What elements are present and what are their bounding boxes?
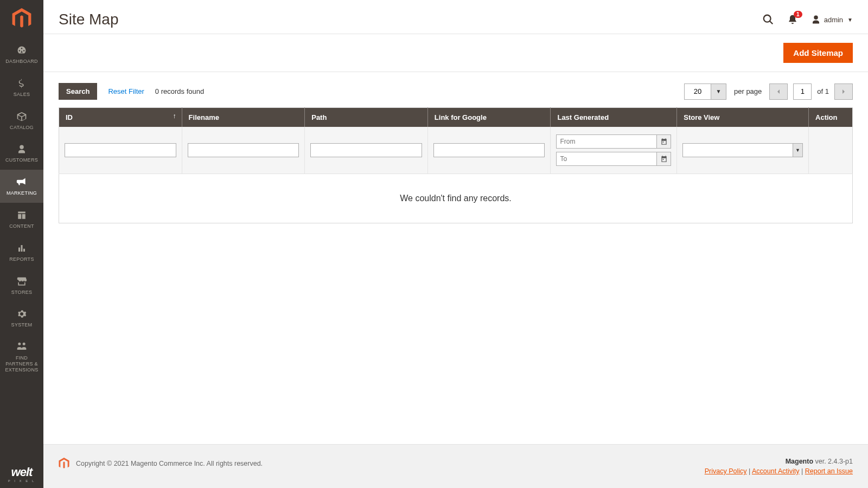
per-page-label: per page	[734, 87, 762, 95]
prev-page-button[interactable]	[769, 84, 788, 100]
nav-dashboard[interactable]: Dashboard	[0, 38, 43, 71]
sort-asc-icon: ↑	[173, 112, 176, 120]
store-icon	[16, 275, 27, 287]
nav-marketing[interactable]: Marketing	[0, 170, 43, 203]
nav-reports[interactable]: Reports	[0, 236, 43, 269]
nav-label: System	[11, 322, 33, 328]
page-header: Site Map 1 admin ▼	[43, 0, 868, 34]
username: admin	[824, 16, 843, 24]
notifications-button[interactable]: 1	[787, 14, 798, 25]
filter-date-to[interactable]	[556, 152, 657, 166]
nav-label: Sales	[14, 92, 30, 98]
col-filename[interactable]: Filename	[182, 108, 305, 127]
pager: of 1	[769, 84, 853, 100]
dollar-icon	[17, 78, 27, 89]
nav-label: Content	[9, 223, 34, 229]
reset-filter-link[interactable]: Reset Filter	[108, 87, 144, 95]
filter-link[interactable]	[433, 143, 545, 157]
records-count: 0 records found	[155, 87, 204, 95]
nav-stores[interactable]: Stores	[0, 269, 43, 302]
page-of-label: of 1	[817, 87, 829, 95]
partners-icon	[16, 341, 27, 353]
nav-customers[interactable]: Customers	[0, 137, 43, 170]
person-icon	[17, 143, 27, 155]
col-last-generated[interactable]: Last Generated	[551, 108, 677, 127]
per-page-selector: ▼	[684, 84, 726, 100]
col-path[interactable]: Path	[305, 108, 428, 127]
nav-label: Dashboard	[5, 59, 38, 65]
nav-label: Stores	[11, 290, 33, 296]
user-menu[interactable]: admin ▼	[811, 15, 853, 24]
nav-label: Find Partners & Extensions	[2, 355, 41, 373]
per-page-input[interactable]	[685, 84, 711, 99]
sidebar: Dashboard Sales Catalog Customers Market…	[0, 0, 43, 488]
page-input[interactable]	[793, 84, 812, 100]
nav-content[interactable]: Content	[0, 203, 43, 236]
nav-label: Catalog	[10, 125, 34, 131]
box-icon	[16, 111, 27, 123]
filter-date-from[interactable]	[556, 134, 657, 149]
activity-link[interactable]: Account Activity	[752, 467, 800, 475]
nav-label: Customers	[5, 157, 38, 163]
chart-icon	[17, 242, 27, 254]
svg-point-0	[763, 15, 770, 22]
search-icon[interactable]	[762, 14, 774, 25]
col-link[interactable]: Link for Google	[427, 108, 551, 127]
calendar-icon[interactable]	[657, 134, 671, 149]
search-button[interactable]: Search	[59, 83, 97, 100]
next-page-button[interactable]	[834, 84, 853, 100]
magento-logo-icon	[59, 458, 69, 470]
col-action: Action	[809, 108, 853, 127]
add-sitemap-button[interactable]: Add Sitemap	[783, 43, 853, 63]
nav-label: Reports	[9, 256, 34, 262]
filter-row: ▼	[59, 127, 853, 174]
col-store-view[interactable]: Store View	[677, 108, 809, 127]
filter-store-view[interactable]: ▼	[682, 143, 803, 157]
copyright-text: Copyright © 2021 Magento Commerce Inc. A…	[76, 460, 263, 467]
per-page-dropdown[interactable]: ▼	[711, 84, 726, 99]
layout-icon	[17, 209, 27, 221]
filter-id[interactable]	[65, 143, 176, 157]
empty-message: We couldn't find any records.	[59, 174, 853, 223]
gauge-icon	[16, 44, 27, 56]
magento-logo-icon	[12, 8, 31, 30]
report-link[interactable]: Report an Issue	[805, 467, 853, 475]
action-toolbar: Add Sitemap	[43, 34, 868, 72]
privacy-link[interactable]: Privacy Policy	[705, 467, 747, 475]
caret-down-icon: ▼	[847, 17, 853, 23]
megaphone-icon	[16, 176, 27, 188]
nav-catalog[interactable]: Catalog	[0, 104, 43, 137]
calendar-icon[interactable]	[657, 152, 671, 166]
nav-system[interactable]: System	[0, 301, 43, 335]
nav-partners[interactable]: Find Partners & Extensions	[0, 335, 43, 379]
magento-logo[interactable]	[0, 0, 43, 38]
sitemap-grid: ID↑ Filename Path Link for Google Last G…	[59, 107, 853, 223]
nav-label: Marketing	[7, 190, 37, 196]
filter-path[interactable]	[310, 143, 422, 157]
grid-controls: Search Reset Filter 0 records found ▼ pe…	[59, 83, 853, 100]
col-id[interactable]: ID↑	[59, 108, 182, 127]
svg-line-1	[769, 21, 773, 24]
page-footer: Copyright © 2021 Magento Commerce Inc. A…	[43, 444, 868, 488]
user-icon	[811, 15, 821, 24]
notification-badge: 1	[794, 11, 802, 18]
caret-down-icon[interactable]: ▼	[793, 143, 803, 157]
gear-icon	[17, 308, 27, 320]
filter-filename[interactable]	[188, 143, 299, 157]
welt-pixel-logo[interactable]: welt P I X E L	[0, 460, 43, 488]
nav-sales[interactable]: Sales	[0, 71, 43, 104]
page-title: Site Map	[59, 11, 119, 28]
version-text: Magento ver. 2.4.3-p1	[705, 458, 853, 465]
